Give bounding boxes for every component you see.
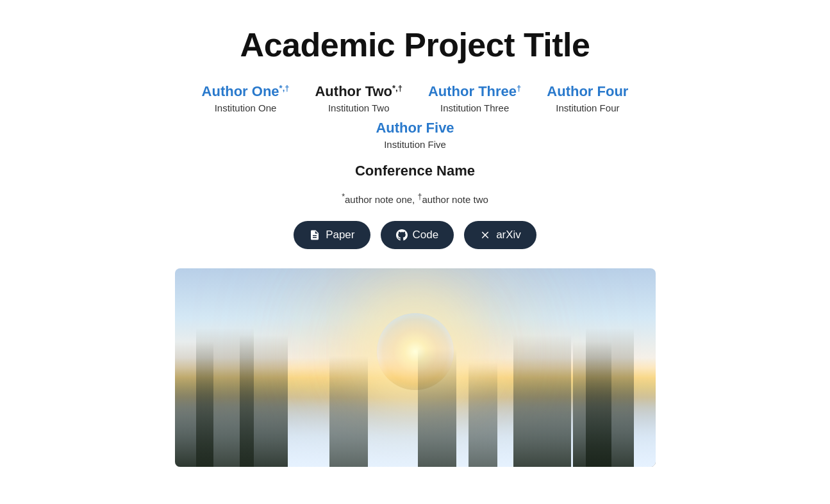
page-title: Academic Project Title [240,26,590,64]
title-section: Academic Project Title [240,26,590,64]
author-two-sup: *,† [392,83,403,93]
author-five-institution: Institution Five [384,139,446,150]
paper-button[interactable]: Paper [294,221,370,249]
author-two-name[interactable]: Author Two*,† [315,83,402,100]
author-block-four: Author Four Institution Four [547,83,628,113]
paper-button-label: Paper [326,229,354,241]
author-two-institution: Institution Two [328,102,390,113]
arxiv-button[interactable]: arXiv [464,221,536,249]
author-three-name[interactable]: Author Three† [428,83,521,100]
author-four-institution: Institution Four [556,102,619,113]
author-three-sup: † [517,83,521,93]
buttons-section: Paper Code arXiv [294,221,536,249]
hero-image [175,268,656,467]
author-block-one: Author One*,† Institution One [202,83,290,113]
author-notes-text: *author note one, †author note two [342,194,488,205]
author-block-five: Author Five Institution Five [376,120,454,150]
github-icon [396,229,408,241]
author-block-two: Author Two*,† Institution Two [315,83,402,113]
conference-section: Conference Name [355,163,475,179]
code-button[interactable]: Code [381,221,454,249]
author-four-name[interactable]: Author Four [547,83,628,100]
arxiv-button-label: arXiv [496,229,521,241]
code-button-label: Code [413,229,439,241]
author-five-section: Author Five Institution Five [376,120,454,150]
conference-name: Conference Name [355,163,475,179]
authors-row-1: Author One*,† Institution One Author Two… [202,83,629,113]
dagger-sup: † [417,192,422,201]
author-five-name[interactable]: Author Five [376,120,454,136]
hero-image-container [175,268,656,467]
author-one-sup: *,† [279,83,290,93]
author-one-name[interactable]: Author One*,† [202,83,290,100]
paper-icon [309,229,320,241]
page-container: Academic Project Title Author One*,† Ins… [0,0,830,467]
snow-overlay [175,398,656,467]
author-notes-section: *author note one, †author note two [342,192,488,205]
author-one-institution: Institution One [215,102,277,113]
arxiv-icon [479,229,491,241]
star-sup: * [342,192,345,201]
author-three-institution: Institution Three [440,102,509,113]
author-block-three: Author Three† Institution Three [428,83,521,113]
